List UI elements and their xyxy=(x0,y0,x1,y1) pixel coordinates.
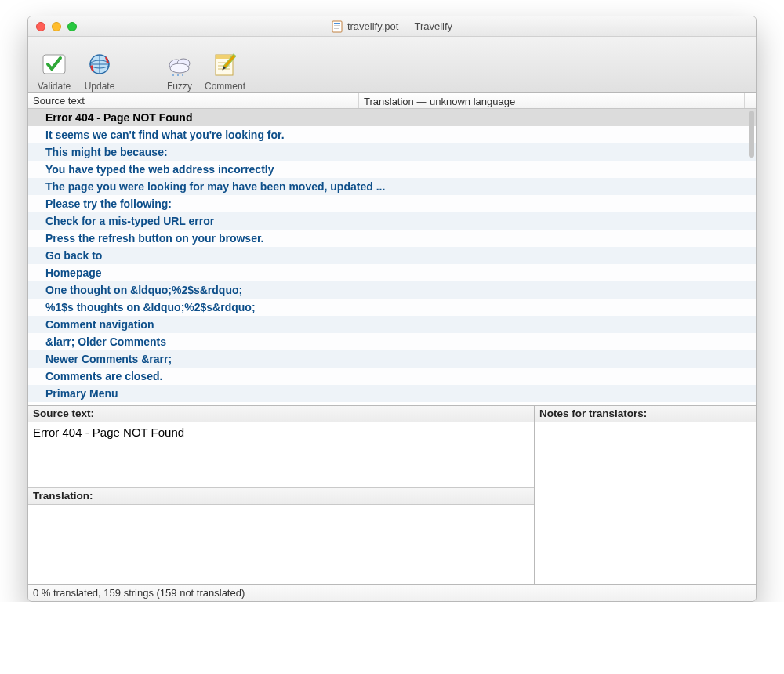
toolbar: Validate Update Fuzzy Comment xyxy=(28,37,756,93)
translation-panel-header: Translation: xyxy=(28,488,534,505)
checkmark-icon xyxy=(38,49,70,80)
svg-point-12 xyxy=(170,63,189,73)
globe-refresh-icon xyxy=(84,49,115,80)
validate-button[interactable]: Validate xyxy=(31,38,77,92)
update-button[interactable]: Update xyxy=(77,38,122,92)
table-row[interactable]: It seems we can't find what you're looki… xyxy=(28,126,756,143)
source-panel-body: Error 404 - Page NOT Found xyxy=(28,422,534,488)
svg-rect-1 xyxy=(334,23,340,24)
column-headers: Source text Translation — unknown langua… xyxy=(28,93,756,109)
svg-rect-3 xyxy=(334,27,340,27)
strings-table: Error 404 - Page NOT FoundIt seems we ca… xyxy=(28,109,756,405)
validate-label: Validate xyxy=(38,81,71,92)
table-row[interactable]: You have typed the web address incorrect… xyxy=(28,161,756,178)
fuzzy-button[interactable]: Fuzzy xyxy=(157,38,202,92)
comment-button[interactable]: Comment xyxy=(202,38,248,92)
svg-rect-4 xyxy=(334,28,339,29)
table-row[interactable]: Error 404 - Page NOT Found xyxy=(28,109,756,126)
notes-panel-header: Notes for translators: xyxy=(535,406,756,422)
vertical-scrollbar[interactable] xyxy=(749,111,754,158)
table-row[interactable]: Press the refresh button on your browser… xyxy=(28,230,756,247)
app-window: travelify.pot — Travelify Validate Updat… xyxy=(27,16,757,602)
table-row[interactable]: Comment navigation xyxy=(28,316,756,333)
window-title-wrap: travelify.pot — Travelify xyxy=(28,20,756,33)
notepad-pencil-icon xyxy=(209,49,241,80)
detail-panels: Source text: Error 404 - Page NOT Found … xyxy=(28,405,756,584)
table-row[interactable]: The page you were looking for may have b… xyxy=(28,178,756,195)
translation-input[interactable] xyxy=(28,505,534,572)
table-row[interactable]: Homepage xyxy=(28,264,756,281)
window-title: travelify.pot — Travelify xyxy=(347,20,452,32)
table-row[interactable]: Check for a mis-typed URL error xyxy=(28,212,756,230)
table-row[interactable]: This might be because: xyxy=(28,143,756,161)
table-row[interactable]: Newer Comments &rarr; xyxy=(28,350,756,368)
document-icon xyxy=(332,20,343,33)
table-row[interactable]: %1$s thoughts on &ldquo;%2$s&rdquo; xyxy=(28,299,756,316)
table-row[interactable]: One thought on &ldquo;%2$s&rdquo; xyxy=(28,281,756,299)
comment-label: Comment xyxy=(205,81,245,92)
update-label: Update xyxy=(85,81,115,92)
table-row[interactable]: &larr; Older Comments xyxy=(28,333,756,350)
svg-rect-2 xyxy=(334,25,340,26)
table-row[interactable]: Please try the following: xyxy=(28,195,756,212)
header-translation[interactable]: Translation — unknown language xyxy=(359,93,745,108)
table-row[interactable]: Primary Menu xyxy=(28,385,756,402)
header-source[interactable]: Source text xyxy=(28,93,359,108)
cloud-icon xyxy=(164,49,195,80)
table-row[interactable]: Go back to xyxy=(28,247,756,264)
header-spacer xyxy=(745,93,756,108)
source-panel-header: Source text: xyxy=(28,406,534,422)
status-bar: 0 % translated, 159 strings (159 not tra… xyxy=(28,584,756,601)
notes-panel-body xyxy=(535,422,756,584)
fuzzy-label: Fuzzy xyxy=(167,81,192,92)
titlebar: travelify.pot — Travelify xyxy=(28,16,756,37)
table-row[interactable]: Comments are closed. xyxy=(28,368,756,385)
